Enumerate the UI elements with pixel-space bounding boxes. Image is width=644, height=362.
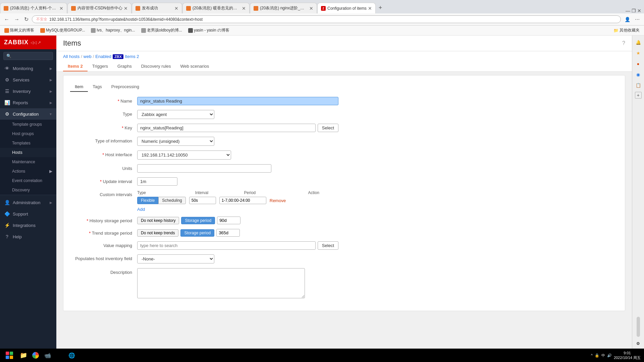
sidebar-item-help[interactable]: ? Help (0, 231, 56, 242)
ci-period-input[interactable] (219, 197, 266, 204)
key-input[interactable] (137, 124, 316, 132)
browser-tab-4[interactable]: (20条消息) 暖香忽见的博客... ✕ (182, 3, 250, 13)
browser-tab-5[interactable]: (20条消息) nginx进阶_暖香... ✕ (250, 3, 317, 13)
sub-tab-triggers[interactable]: Triggers (88, 62, 113, 71)
tab-close-5[interactable]: ✕ (309, 6, 313, 11)
sidebar-item-support[interactable]: 🔷 Support (0, 208, 56, 220)
tray-expand-icon[interactable]: ^ (591, 353, 593, 357)
tab-close-1[interactable]: ✕ (59, 6, 63, 11)
help-question-icon[interactable]: ? (622, 40, 625, 46)
taskbar-chrome[interactable] (30, 350, 41, 361)
sub-tab-items[interactable]: Items 2 (63, 62, 88, 71)
name-input[interactable] (137, 97, 338, 105)
sub-tab-web-scenarios[interactable]: Web scenarios (176, 62, 214, 71)
sidebar-search-input[interactable] (3, 52, 53, 60)
bookmark-5[interactable]: yasin - yasin の博客 (186, 27, 231, 34)
ci-type-flexible-button[interactable]: Flexible (137, 197, 158, 204)
sub-tab-graphs[interactable]: Graphs (113, 62, 137, 71)
rn-circle-icon[interactable]: ● (634, 60, 642, 68)
history-value-input[interactable] (217, 217, 240, 224)
forward-button[interactable]: → (13, 16, 21, 23)
breadcrumb-web[interactable]: web (84, 54, 92, 59)
ci-remove-link[interactable]: Remove (270, 198, 286, 203)
minimize-button[interactable]: — (626, 8, 630, 13)
rn-star-icon[interactable]: ★ (634, 49, 642, 57)
ci-type-scheduling-button[interactable]: Scheduling (158, 197, 185, 204)
item-tab-preprocessing[interactable]: Preprocessing (107, 82, 144, 92)
type-select[interactable]: Zabbix agentZabbix agent (active)Simple … (137, 110, 214, 119)
tray-volume-icon[interactable]: 🔊 (607, 353, 612, 358)
tab-close-6[interactable]: ✕ (368, 6, 372, 11)
sidebar-item-template-groups[interactable]: Template groups (0, 120, 56, 129)
value-mapping-select-button[interactable]: Select (318, 241, 338, 250)
taskbar-remote[interactable]: 🖥 (54, 350, 65, 361)
sidebar-item-configuration[interactable]: ⚙ Configuration ▼ (0, 108, 56, 120)
key-select-button[interactable]: Select (318, 124, 338, 132)
breadcrumb-all-hosts[interactable]: All hosts (63, 54, 79, 59)
sidebar-item-maintenance[interactable]: Maintenance (0, 157, 56, 167)
sidebar-item-administration[interactable]: 👤 Administration ▶ (0, 197, 56, 208)
description-textarea[interactable] (137, 268, 305, 298)
sidebar-item-integrations[interactable]: ⚡ Integrations (0, 220, 56, 231)
populates-select[interactable]: -None- (137, 254, 214, 263)
sidebar-item-reports[interactable]: 📊 Reports ▶ (0, 97, 56, 108)
breadcrumb-enabled[interactable]: Enabled (95, 54, 111, 59)
bookmark-4[interactable]: 老男孩oldboy的博... (140, 27, 184, 34)
taskbar-edge[interactable]: 🌐 (66, 350, 77, 361)
taskbar-file-explorer[interactable]: 📁 (18, 350, 29, 361)
update-interval-input[interactable] (137, 177, 177, 186)
taskbar-google-meet[interactable]: 📹 (42, 350, 53, 361)
history-storage-period-button[interactable]: Storage period (181, 217, 215, 224)
breadcrumb-items-2[interactable]: Items 2 (125, 54, 139, 59)
rn-doc-icon[interactable]: 📋 (634, 81, 642, 89)
bookmark-2[interactable]: MySQL使用GROUP... (39, 27, 87, 34)
address-bar[interactable]: 不安全 192.168.171.136/items.php?form=updat… (32, 15, 621, 23)
sidebar-item-discovery[interactable]: Discovery (0, 185, 56, 195)
bookmark-folder[interactable]: 📁 其他收藏夹 (612, 27, 641, 34)
tab-close-2[interactable]: ✕ (124, 6, 128, 11)
host-interface-select[interactable]: 192.168.171.142:10050 (137, 150, 231, 160)
sidebar-item-host-groups[interactable]: Host groups (0, 129, 56, 138)
ci-interval-input[interactable] (189, 197, 216, 204)
bookmark-3[interactable]: lvs、haproxy、ngin... (89, 27, 137, 34)
sub-tab-discovery-rules[interactable]: Discovery rules (137, 62, 176, 71)
browser-tab-3[interactable]: 发布成功 ✕ (132, 3, 182, 13)
bookmark-1[interactable]: 陈树义的博客 (3, 27, 36, 34)
sidebar-item-hosts[interactable]: Hosts (0, 148, 56, 157)
item-tab-item[interactable]: Item (70, 82, 88, 92)
sidebar-item-templates[interactable]: Templates (0, 138, 56, 148)
browser-tab-6[interactable]: Z Configuration of items ✕ (317, 3, 376, 13)
tab-close-3[interactable]: ✕ (174, 6, 178, 11)
start-button[interactable] (3, 349, 15, 361)
reload-button[interactable]: ↻ (23, 15, 30, 23)
scrollbar-thumb[interactable] (637, 317, 640, 337)
sidebar-item-inventory[interactable]: ☰ Inventory ▶ (0, 85, 56, 97)
rn-plus-icon[interactable]: + (635, 92, 642, 99)
item-tab-tags[interactable]: Tags (88, 82, 106, 92)
value-mapping-input[interactable] (137, 241, 316, 250)
tray-shield-icon[interactable]: 🔒 (595, 353, 599, 358)
sidebar-item-services[interactable]: ⚙ Services ▶ (0, 74, 56, 85)
new-tab-button[interactable]: + (376, 4, 385, 11)
tab-close-4[interactable]: ✕ (242, 6, 246, 11)
rn-blue-icon[interactable]: ◉ (634, 70, 642, 78)
sidebar-item-actions[interactable]: Actions▶ (0, 167, 56, 176)
user-profile-icon[interactable]: 👤 (623, 16, 632, 23)
type-of-info-select[interactable]: Numeric (unsigned)Numeric (float)Charact… (137, 137, 214, 146)
trend-storage-period-button[interactable]: Storage period (180, 229, 214, 237)
browser-tab-1[interactable]: (20条消息) 个人资料-个人主... ✕ (0, 3, 67, 13)
time-display[interactable]: 9:01 2022/10/14 周五 (614, 351, 641, 360)
logo-collapse-icon[interactable]: ◁◁ ↗ (31, 40, 41, 45)
units-input[interactable] (137, 164, 271, 173)
browser-tab-2[interactable]: 内容管理-CSDN创作中心 ✕ (67, 3, 131, 13)
restore-button[interactable]: ❐ (632, 8, 636, 13)
tray-lang-icon[interactable]: 中 (601, 353, 605, 358)
sidebar-item-monitoring[interactable]: 👁 Monitoring ▶ (0, 63, 56, 74)
settings-icon[interactable]: ⋯ (633, 16, 641, 23)
ci-add-link[interactable]: Add (137, 207, 145, 212)
history-no-keep-button[interactable]: Do not keep history (137, 217, 179, 224)
rn-bell-icon[interactable]: 🔔 (634, 38, 642, 46)
sidebar-item-event-correlation[interactable]: Event correlation (0, 176, 56, 185)
rn-settings-icon[interactable]: ⚙ (636, 341, 640, 346)
back-button[interactable]: ← (3, 16, 11, 23)
